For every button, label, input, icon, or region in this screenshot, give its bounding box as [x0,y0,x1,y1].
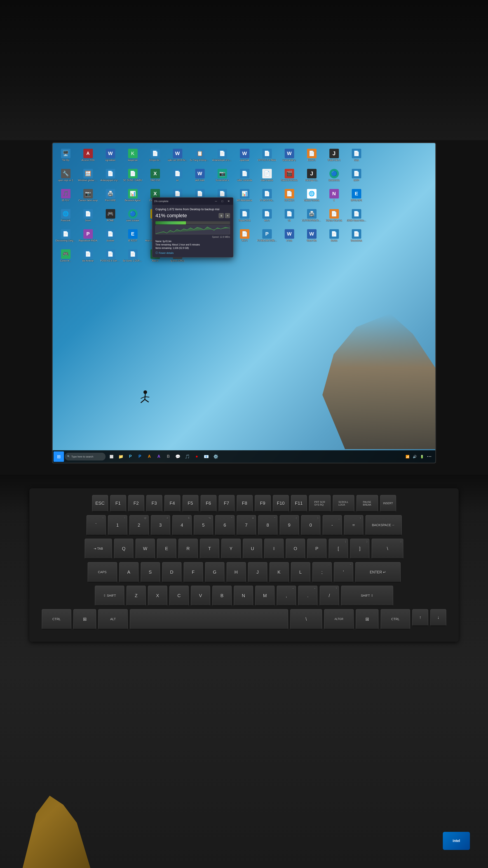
key-f5[interactable]: F5 [183,495,198,512]
desktop-icon-anir0[interactable]: 📄 Anir 0 [234,226,255,245]
taskbar-app-mail[interactable]: 📧 [202,452,211,461]
key-shift-right[interactable]: SHIFT ⇧ [341,586,393,606]
taskbar-app-chat[interactable]: 💬 [173,452,182,461]
desktop-icon-socketr[interactable]: 📄 Socketr [100,226,121,245]
key-backslash[interactable]: |\ [372,539,403,559]
key-arrow-up[interactable]: ↑ [412,609,428,626]
desktop-icon-tile-rp[interactable]: 🖥️ Tile Rp [55,145,76,164]
key-f7[interactable]: F7 [219,495,234,512]
key-5[interactable]: %5 [194,515,213,535]
desktop-icon-waori-mfs[interactable]: W Waori Mfs [301,226,322,245]
desktop-icon-rome[interactable]: 🎮 ROME [100,206,121,225]
taskbar-app-br[interactable]: B [164,452,173,461]
desktop-icon-sc-suse[interactable]: 📄 SC SUSE I GAIBU [122,165,143,185]
desktop-icon-windows[interactable]: 🪟 Windows globac aktive [77,165,99,185]
key-f6[interactable]: F6 [201,495,217,512]
key-1[interactable]: !1 [108,515,127,535]
desktop-icon-ibo-amkear[interactable]: 📄 ibo Amkear [77,246,99,265]
key-4[interactable]: $4 [172,515,192,535]
key-f1[interactable]: F1 [110,495,126,512]
desktop-icon-elio2[interactable]: 📄 elio-2 [256,206,278,225]
key-win-right[interactable]: ⊞ [356,609,379,629]
taskbar-app-settings[interactable]: ⚙️ [211,452,220,461]
systray-battery-icon[interactable]: 🔋 [419,454,425,460]
key-f8[interactable]: F8 [237,495,253,512]
key-g[interactable]: G [205,562,224,583]
key-l[interactable]: L [291,562,310,583]
taskbar-app-music[interactable]: 🎵 [183,452,192,461]
dialog-minimize-btn[interactable]: ─ [213,199,219,204]
desktop-icon-1st[interactable]: 📄 1st [279,206,300,225]
desktop-icon-antarketopik[interactable]: 📄 Antarketopik of ontan [212,145,233,164]
key-w[interactable]: W [135,539,155,559]
desktop-icon-conno[interactable]: 🎮 Conno M... [55,246,76,265]
key-space[interactable] [130,609,288,629]
key-backspace[interactable]: BACKSPACE ← [365,515,402,535]
key-2[interactable]: @2 [129,515,149,535]
key-b[interactable]: B [213,586,232,606]
key-3[interactable]: #3 [151,515,170,535]
desktop-icon-sorpt[interactable]: 📄 3oRPt [346,165,367,185]
key-caps-lock[interactable]: CAPS [88,562,117,583]
desktop-icon-kmv-copy[interactable]: 📄 Copy [346,145,367,164]
desktop-icon-soes[interactable]: 🔵 soes ounase [122,206,143,225]
key-f9[interactable]: F9 [255,495,271,512]
dialog-pause-btn[interactable]: ⏸ [219,213,224,218]
key-z[interactable]: Z [127,586,146,606]
fewer-details-button[interactable]: ⓘ Fewer details [156,251,173,254]
key-r[interactable]: R [178,539,198,559]
key-rbracket[interactable]: }] [350,539,369,559]
key-9[interactable]: (9 [280,515,299,535]
desktop-icon-bowoutneg[interactable]: 📄 Bowoutneg [346,226,367,245]
key-f4[interactable]: F4 [164,495,180,512]
taskbar-start-button[interactable]: ⊞ [54,452,64,462]
key-x[interactable]: X [148,586,167,606]
desktop-icon-upkv[interactable]: W upkv cer 2019 Ke... [167,145,188,164]
key-f[interactable]: F [184,562,203,583]
key-e[interactable]: E [157,539,176,559]
desktop-icon-ragmy[interactable]: 📄 Ragmy Xlap kne [323,206,345,225]
key-lbracket[interactable]: {[ [329,539,348,559]
key-q[interactable]: Q [114,539,133,559]
key-pause-break[interactable]: PAUSEBREAK [357,495,378,512]
taskbar-app-cortana[interactable]: ⬜ [107,452,116,461]
key-t[interactable]: T [200,539,219,559]
key-f10[interactable]: F10 [273,495,289,512]
desktop-icon-franciork[interactable]: 🌐 Franciork [55,206,76,225]
desktop-icon-poss-ke6[interactable]: 📄 POSS KE-6 Soh Number... [100,246,121,265]
desktop-icon-jexammine[interactable]: 🔵 Jexammine [323,165,345,185]
key-k[interactable]: K [269,562,289,583]
desktop-icon-chrome[interactable]: 🌐 Galaxy Chrome [301,186,322,205]
key-alt-left[interactable]: ALT [98,609,128,629]
desktop-icon-discounting[interactable]: 📄 Discounting Garg, EL... [55,226,76,245]
desktop-icon-ite[interactable]: 📄 ite [167,165,188,185]
systray-sound-icon[interactable]: 🔊 [412,454,418,460]
key-insert[interactable]: INSERT [380,495,396,512]
desktop-icon-camion[interactable]: 📷 Camion fabio ounp [77,186,99,205]
key-arrow-down[interactable]: ↓ [430,609,446,626]
key-n[interactable]: N [234,586,253,606]
desktop-icon-scatmande[interactable]: W scatmande p. [279,145,300,164]
taskbar-app-ai[interactable]: A [145,452,154,461]
key-backslash-bottom[interactable]: \ [290,609,322,629]
key-s[interactable]: S [141,562,160,583]
key-c[interactable]: C [169,586,189,606]
key-6[interactable]: ^6 [215,515,234,535]
key-j[interactable]: J [248,562,267,583]
key-ctrl-right[interactable]: CTRL [381,609,410,629]
key-m[interactable]: M [255,586,274,606]
desktop-icon-print-hire[interactable]: 🖨️ Print HIRE [100,186,121,205]
key-f2[interactable]: F2 [128,495,144,512]
desktop-icon-besstock[interactable]: 📊 Besstock Agrisc [122,186,143,205]
key-win-left[interactable]: ⊞ [73,609,96,629]
key-period[interactable]: >. [298,586,318,606]
key-o[interactable]: O [286,539,305,559]
taskbar-search-box[interactable]: 🔍 Type here to search [65,453,105,460]
desktop-icon-davinci[interactable]: 🎬 Davincit Resolve [279,165,300,185]
desktop-icon-se-somo[interactable]: 📄 Se Somo 1 GURMENLO [122,246,143,265]
taskbar-app-ps2[interactable]: P [135,452,144,461]
key-shift-left[interactable]: ⇧ SHIFT [95,586,124,606]
desktop-icon-pc-mco[interactable]: 📄 Pc MCO Ful... [256,186,278,205]
desktop-icon-access2016[interactable]: A Access 2016 [77,145,99,164]
systray-network-icon[interactable]: 📶 [404,454,411,460]
